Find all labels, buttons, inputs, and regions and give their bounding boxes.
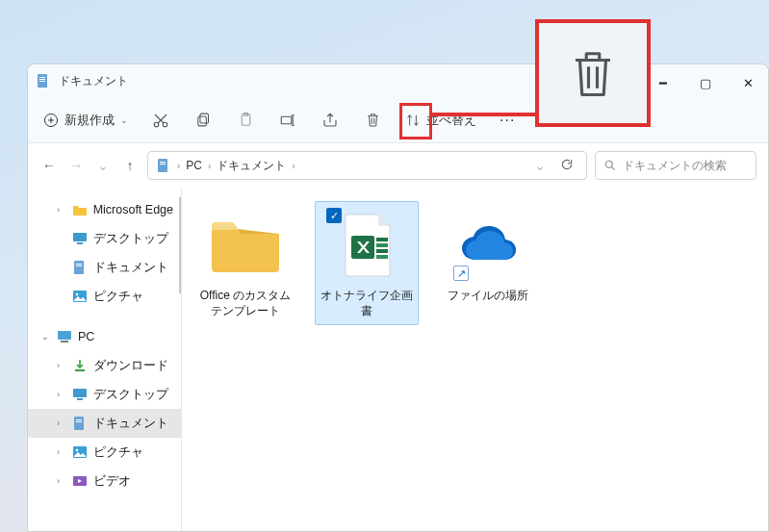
chevron-right-icon[interactable]: ›	[57, 390, 66, 399]
toolbar: 新規作成 ⌄ 並べ替え ···	[28, 97, 768, 143]
chevron-right-icon: ›	[208, 161, 211, 171]
svg-rect-8	[197, 116, 206, 126]
svg-rect-25	[75, 369, 85, 371]
svg-rect-12	[158, 159, 167, 172]
breadcrumb-folder[interactable]: ドキュメント	[217, 158, 286, 174]
sidebar-item-label: ビデオ	[93, 473, 131, 490]
sidebar-item-label: PC	[78, 330, 94, 343]
svg-rect-26	[73, 389, 87, 397]
svg-rect-23	[58, 331, 71, 340]
desktop-icon	[72, 387, 88, 402]
scissors-icon	[152, 112, 169, 129]
svg-rect-1	[39, 77, 45, 78]
sidebar-item[interactable]: ピクチャ	[28, 282, 181, 311]
cut-button[interactable]	[151, 111, 170, 130]
excel-file-icon	[332, 211, 401, 280]
recent-button[interactable]: ⌄	[93, 156, 113, 175]
close-button[interactable]: ✕	[733, 70, 762, 95]
svg-rect-2	[39, 79, 45, 80]
svg-rect-29	[76, 419, 82, 420]
document-icon	[72, 260, 88, 275]
maximize-button[interactable]: ▢	[691, 70, 720, 95]
document-icon	[156, 158, 171, 173]
sidebar-item-label: ドキュメント	[93, 416, 168, 432]
document-icon	[72, 416, 88, 431]
sidebar-item-label: ダウンロード	[93, 358, 168, 374]
sort-button[interactable]: 並べ替え	[405, 112, 476, 129]
chevron-down-icon[interactable]: ⌄	[41, 332, 51, 342]
body: › Microsoft Edge デスクトップ ドキュメント ピクチャ	[28, 188, 768, 531]
file-item-excel[interactable]: オトナライフ企画書	[315, 201, 419, 325]
svg-rect-16	[73, 233, 87, 241]
copy-icon	[195, 112, 212, 128]
chevron-right-icon[interactable]: ›	[57, 205, 66, 215]
folder-icon	[72, 202, 88, 217]
chevron-right-icon[interactable]: ›	[57, 476, 66, 486]
svg-rect-19	[76, 264, 82, 265]
svg-rect-35	[376, 238, 388, 241]
svg-rect-17	[77, 242, 83, 244]
folder-icon	[208, 215, 283, 276]
delete-button[interactable]	[363, 111, 382, 130]
svg-rect-24	[61, 341, 68, 342]
breadcrumb-root[interactable]: PC	[186, 159, 202, 172]
chevron-right-icon[interactable]: ›	[57, 447, 66, 457]
search-box[interactable]: ドキュメントの検索	[595, 151, 756, 180]
chevron-right-icon: ›	[292, 161, 295, 171]
explorer-window: ━ ▢ ✕ ドキュメント 新規作成 ⌄	[27, 63, 769, 532]
new-label: 新規作成	[64, 112, 115, 129]
search-icon	[603, 159, 617, 172]
paste-button[interactable]	[236, 111, 255, 130]
file-label: ファイルの場所	[439, 289, 537, 304]
document-icon	[36, 73, 51, 89]
sidebar-item[interactable]: ドキュメント	[28, 253, 181, 282]
new-button[interactable]: 新規作成 ⌄	[43, 112, 128, 129]
svg-rect-20	[76, 266, 82, 266]
copy-button[interactable]	[193, 111, 213, 130]
minimize-button[interactable]: ━	[649, 70, 678, 95]
svg-rect-7	[199, 114, 208, 123]
selection-check-icon[interactable]	[326, 208, 342, 223]
svg-rect-37	[376, 249, 388, 253]
sidebar-item-label: デスクトップ	[93, 387, 168, 403]
navbar: ← → ⌄ ↑ › PC › ドキュメント › ⌄ ドキュメントの検索	[28, 143, 768, 188]
sidebar-item-pc[interactable]: ⌄ PC	[28, 322, 181, 351]
forward-button[interactable]: →	[66, 156, 86, 175]
sidebar-item[interactable]: › Microsoft Edge	[28, 195, 181, 224]
pictures-icon	[72, 289, 88, 304]
rename-button[interactable]	[278, 111, 297, 130]
sidebar-item[interactable]: › ドキュメント	[28, 409, 181, 438]
onedrive-icon	[458, 225, 518, 266]
sort-icon	[405, 113, 421, 128]
back-button[interactable]: ←	[39, 156, 59, 175]
share-button[interactable]	[320, 111, 340, 130]
sidebar-item[interactable]: › ビデオ	[28, 467, 181, 495]
sidebar-item[interactable]: › デスクトップ	[28, 380, 181, 409]
address-bar[interactable]: › PC › ドキュメント › ⌄	[147, 151, 587, 180]
sidebar-item-label: ドキュメント	[93, 260, 168, 276]
plus-circle-icon	[43, 113, 59, 128]
sidebar-item-label: ピクチャ	[93, 289, 143, 305]
file-item-folder[interactable]: Office のカスタム テンプレート	[193, 201, 297, 325]
svg-rect-13	[160, 162, 166, 163]
chevron-right-icon[interactable]: ›	[57, 418, 66, 428]
file-pane[interactable]: Office のカスタム テンプレート オトナライフ企画書	[182, 188, 768, 531]
sidebar-item[interactable]: › ピクチャ	[28, 438, 181, 467]
svg-rect-28	[74, 417, 84, 430]
refresh-button[interactable]	[555, 158, 578, 174]
chevron-right-icon[interactable]: ›	[57, 361, 66, 370]
more-button[interactable]: ···	[500, 112, 515, 129]
sidebar-item[interactable]: › ダウンロード	[28, 351, 181, 380]
delete-callout	[535, 19, 651, 127]
scrollbar[interactable]	[179, 197, 181, 293]
svg-point-32	[76, 449, 79, 452]
sidebar-item[interactable]: デスクトップ	[28, 224, 181, 253]
window-controls: ━ ▢ ✕	[649, 70, 762, 95]
addr-dropdown[interactable]: ⌄	[530, 156, 550, 175]
up-button[interactable]: ↑	[120, 156, 140, 175]
file-item-shortcut[interactable]: ↗ ファイルの場所	[436, 201, 540, 311]
svg-point-22	[76, 293, 79, 296]
svg-rect-14	[160, 164, 166, 165]
chevron-down-icon: ⌄	[120, 115, 128, 125]
desktop-icon	[72, 231, 88, 246]
